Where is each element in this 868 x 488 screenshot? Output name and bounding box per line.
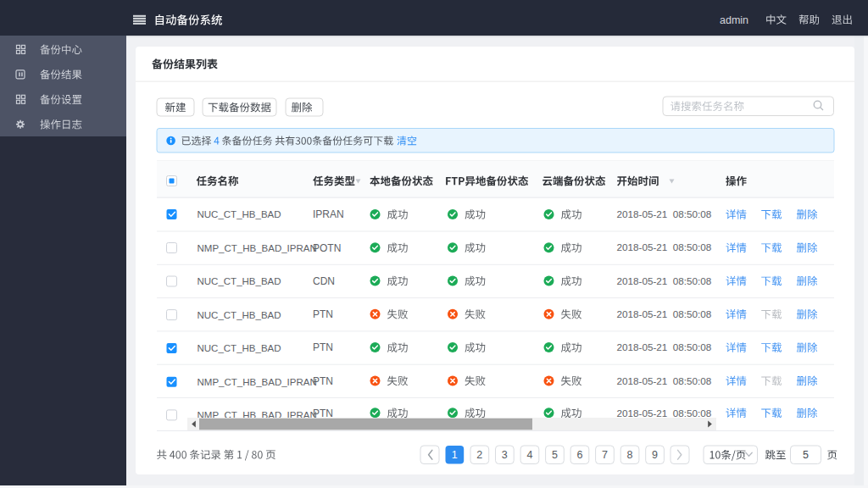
svg-text:5: 5 xyxy=(552,449,558,461)
svg-text:2018-05-21 08:50:08: 2018-05-21 08:50:08 xyxy=(617,208,712,219)
svg-text:PTN: PTN xyxy=(313,341,333,353)
svg-text:2018-05-21 08:50:08: 2018-05-21 08:50:08 xyxy=(617,241,712,252)
svg-text:POTN: POTN xyxy=(313,242,341,254)
svg-text:NMP_CT_HB_BAD_IPRAN: NMP_CT_HB_BAD_IPRAN xyxy=(198,377,317,387)
svg-text:2018-05-21 08:50:08: 2018-05-21 08:50:08 xyxy=(617,341,712,352)
svg-text:4: 4 xyxy=(526,449,532,461)
svg-text:NUC_CT_HB_BAD: NUC_CT_HB_BAD xyxy=(198,343,281,353)
svg-text:2: 2 xyxy=(476,449,482,461)
svg-text:8: 8 xyxy=(627,449,633,461)
svg-text:6: 6 xyxy=(576,449,582,461)
svg-text:3: 3 xyxy=(502,449,508,461)
svg-text:9: 9 xyxy=(652,449,658,461)
svg-text:5: 5 xyxy=(803,449,809,461)
svg-text:PTN: PTN xyxy=(313,308,333,320)
svg-text:7: 7 xyxy=(602,449,608,461)
svg-text:NMP_CT_HB_BAD_IPRAN: NMP_CT_HB_BAD_IPRAN xyxy=(198,243,317,253)
svg-text:CDN: CDN xyxy=(313,275,335,287)
svg-text:NUC_CT_HB_BAD: NUC_CT_HB_BAD xyxy=(198,310,281,320)
svg-text:1: 1 xyxy=(452,449,458,461)
svg-text:PTN: PTN xyxy=(313,375,333,387)
svg-text:NUC_CT_HB_BAD: NUC_CT_HB_BAD xyxy=(198,276,281,286)
svg-text:PTN: PTN xyxy=(313,408,333,419)
svg-text:2018-05-21 08:50:08: 2018-05-21 08:50:08 xyxy=(617,408,712,419)
svg-text:2018-05-21 08:50:08: 2018-05-21 08:50:08 xyxy=(617,375,712,386)
svg-text:NUC_CT_HB_BAD: NUC_CT_HB_BAD xyxy=(198,209,281,219)
svg-text:2018-05-21 08:50:08: 2018-05-21 08:50:08 xyxy=(617,275,712,286)
svg-text:admin: admin xyxy=(720,14,748,26)
svg-text:IPRAN: IPRAN xyxy=(313,208,344,220)
svg-text:2018-05-21 08:50:08: 2018-05-21 08:50:08 xyxy=(617,308,712,319)
